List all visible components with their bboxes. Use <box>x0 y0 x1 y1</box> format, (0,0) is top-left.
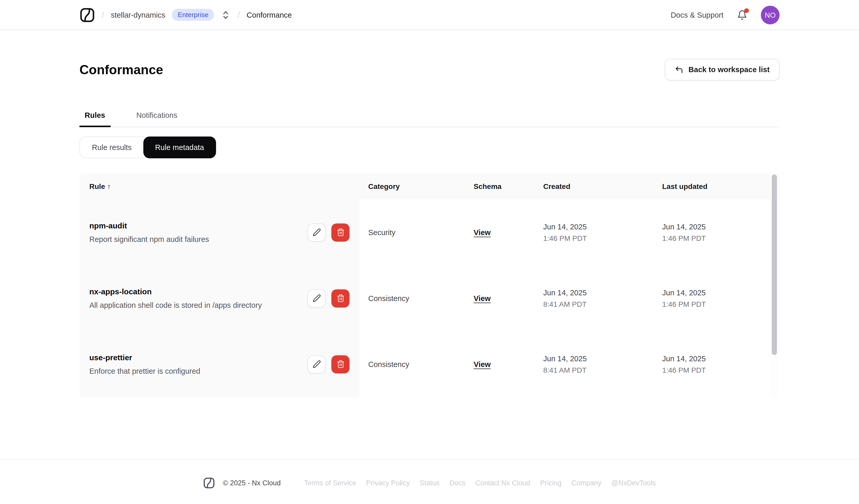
scrollbar-track[interactable] <box>770 173 779 397</box>
pencil-icon <box>312 360 321 368</box>
view-schema-link[interactable]: View <box>474 360 491 368</box>
sort-ascending-icon: ↑ <box>107 182 111 190</box>
back-to-workspace-list-button[interactable]: Back to workspace list <box>664 59 780 80</box>
table-row: nx-apps-location All application shell c… <box>79 265 780 331</box>
page: / stellar-dynamics Enterprise / Conforma… <box>0 0 859 504</box>
created-time: 8:41 AM PDT <box>543 300 653 308</box>
created-cell: Jun 14, 2025 8:41 AM PDT <box>534 288 653 308</box>
created-time: 1:46 PM PDT <box>543 234 653 242</box>
updated-time: 1:46 PM PDT <box>662 300 780 308</box>
row-actions <box>307 355 349 373</box>
created-cell: Jun 14, 2025 8:41 AM PDT <box>534 354 653 374</box>
view-toggle-segment[interactable]: Rule results <box>79 137 144 158</box>
page-title: Conformance <box>79 61 163 78</box>
last-updated-cell: Jun 14, 2025 1:46 PM PDT <box>653 354 780 374</box>
created-date: Jun 14, 2025 <box>543 223 653 231</box>
pencil-icon <box>312 228 321 236</box>
edit-rule-button[interactable] <box>307 355 326 373</box>
breadcrumb-workspace[interactable]: stellar-dynamics <box>111 11 165 19</box>
created-cell: Jun 14, 2025 1:46 PM PDT <box>534 223 653 242</box>
breadcrumb-separator: / <box>238 10 240 19</box>
schema-cell: View <box>465 360 534 368</box>
created-date: Jun 14, 2025 <box>543 288 653 296</box>
notification-dot <box>744 8 749 13</box>
footer-link[interactable]: Docs <box>450 479 466 487</box>
footer-link[interactable]: Company <box>571 479 601 487</box>
table-header: Rule↑ Category Schema Created Last updat… <box>79 173 780 199</box>
tab-bar: Rules Notifications <box>79 111 780 127</box>
topbar: / stellar-dynamics Enterprise / Conforma… <box>0 0 859 30</box>
trash-icon <box>336 294 345 302</box>
footer: © 2025 - Nx Cloud Terms of Service Priva… <box>0 459 859 489</box>
table-body: npm-audit Report significant npm audit f… <box>79 199 780 397</box>
plan-badge: Enterprise <box>172 9 214 21</box>
scrollbar-thumb[interactable] <box>772 174 777 355</box>
edit-rule-button[interactable] <box>307 223 326 241</box>
nx-logo-icon <box>79 7 95 22</box>
created-time: 8:41 AM PDT <box>543 366 653 374</box>
breadcrumb: / stellar-dynamics Enterprise / Conforma… <box>79 7 292 22</box>
tab[interactable]: Notifications <box>131 111 183 127</box>
chevron-up-down-icon <box>222 10 230 19</box>
column-header-rule[interactable]: Rule↑ <box>79 182 359 190</box>
updated-date: Jun 14, 2025 <box>662 288 780 296</box>
row-actions <box>307 289 349 307</box>
footer-link[interactable]: Terms of Service <box>304 479 356 487</box>
column-header-last-updated: Last updated <box>653 182 780 190</box>
category-cell: Consistency <box>359 360 465 368</box>
main-content: Conformance Back to workspace list Rules… <box>79 59 780 397</box>
footer-link[interactable]: Contact Nx Cloud <box>475 479 530 487</box>
pencil-icon <box>312 294 321 302</box>
breadcrumb-current-page: Conformance <box>247 11 292 19</box>
nx-cloud-logo[interactable] <box>79 7 95 22</box>
table-row: npm-audit Report significant npm audit f… <box>79 199 780 265</box>
table-row: use-prettier Enforce that prettier is co… <box>79 331 780 397</box>
footer-link[interactable]: Pricing <box>540 479 562 487</box>
last-updated-cell: Jun 14, 2025 1:46 PM PDT <box>653 223 780 242</box>
edit-rule-button[interactable] <box>307 289 326 307</box>
footer-link[interactable]: Status <box>420 479 440 487</box>
trash-icon <box>336 228 345 236</box>
category-cell: Security <box>359 228 465 236</box>
docs-support-link[interactable]: Docs & Support <box>671 11 723 19</box>
footer-link[interactable]: Privacy Policy <box>366 479 410 487</box>
breadcrumb-separator: / <box>102 10 104 19</box>
column-header-schema: Schema <box>465 182 534 190</box>
view-toggle: Rule results Rule metadata <box>79 137 780 158</box>
tab[interactable]: Rules <box>79 111 110 127</box>
updated-date: Jun 14, 2025 <box>662 354 780 363</box>
created-date: Jun 14, 2025 <box>543 354 653 363</box>
footer-links: Terms of Service Privacy Policy Status D… <box>304 479 656 487</box>
avatar[interactable]: NO <box>761 5 780 24</box>
notifications-bell-button[interactable] <box>737 9 747 20</box>
view-schema-link[interactable]: View <box>474 294 491 302</box>
updated-date: Jun 14, 2025 <box>662 223 780 231</box>
row-actions <box>307 223 349 241</box>
category-cell: Consistency <box>359 294 465 302</box>
workspace-switcher-button[interactable] <box>221 9 231 20</box>
back-button-label: Back to workspace list <box>689 65 770 74</box>
column-header-created: Created <box>534 182 653 190</box>
schema-cell: View <box>465 294 534 302</box>
column-header-category: Category <box>359 182 465 190</box>
nx-footer-logo-icon <box>203 477 215 489</box>
schema-cell: View <box>465 228 534 236</box>
copyright-text: © 2025 - Nx Cloud <box>223 479 281 487</box>
view-schema-link[interactable]: View <box>474 228 491 236</box>
last-updated-cell: Jun 14, 2025 1:46 PM PDT <box>653 288 780 308</box>
updated-time: 1:46 PM PDT <box>662 366 780 374</box>
updated-time: 1:46 PM PDT <box>662 234 780 242</box>
view-toggle-segment[interactable]: Rule metadata <box>143 137 216 158</box>
trash-icon <box>336 360 345 368</box>
delete-rule-button[interactable] <box>331 223 349 241</box>
delete-rule-button[interactable] <box>331 289 349 307</box>
corner-up-left-icon <box>674 65 683 74</box>
delete-rule-button[interactable] <box>331 355 349 373</box>
rules-table: Rule↑ Category Schema Created Last updat… <box>79 173 780 397</box>
footer-link[interactable]: @NxDevTools <box>611 479 656 487</box>
